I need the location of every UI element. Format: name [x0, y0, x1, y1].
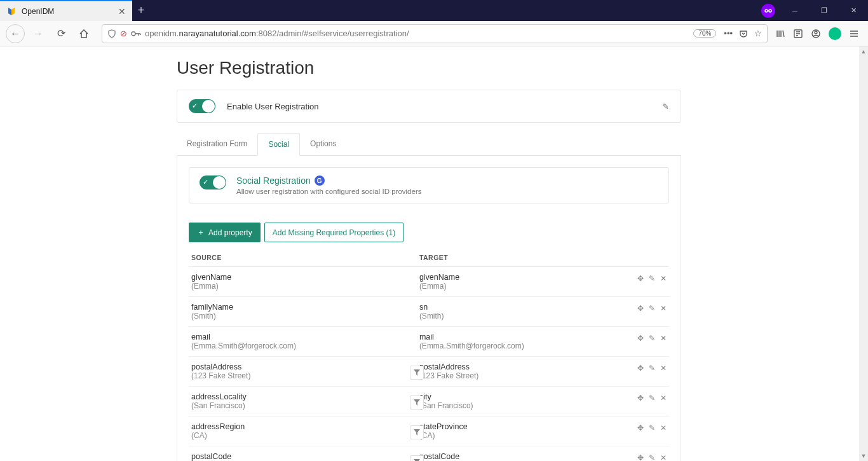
- home-button[interactable]: [74, 24, 94, 44]
- tab-content-social: ✓ Social Registration G Allow user regis…: [177, 156, 681, 461]
- grammarly-icon[interactable]: [829, 27, 841, 40]
- google-badge-icon: G: [315, 175, 325, 186]
- viewport-scrollbar[interactable]: ▲ ▼: [859, 46, 868, 461]
- window-close-button[interactable]: ✕: [839, 0, 868, 21]
- account-icon[interactable]: [811, 29, 821, 39]
- window-minimize-button[interactable]: ─: [780, 0, 810, 21]
- edit-icon[interactable]: ✎: [649, 274, 655, 283]
- move-icon[interactable]: ✥: [637, 364, 644, 373]
- enable-registration-toggle[interactable]: ✓: [189, 99, 215, 113]
- source-name: postalCode: [191, 452, 419, 461]
- tab-social[interactable]: Social: [257, 133, 300, 156]
- filter-icon[interactable]: [410, 366, 424, 380]
- target-value: (123 Fake Street): [419, 371, 611, 380]
- source-name: addressLocality: [191, 392, 419, 401]
- header-source: SOURCE: [189, 254, 419, 261]
- key-icon: [131, 30, 141, 38]
- target-value: (San Francisco): [419, 401, 611, 410]
- move-icon[interactable]: ✥: [637, 423, 644, 432]
- no-tracking-icon: ⊘: [120, 29, 127, 38]
- pocket-icon[interactable]: [739, 29, 748, 38]
- target-name: sn: [419, 303, 611, 312]
- delete-icon[interactable]: ✕: [660, 423, 667, 432]
- property-row: postalAddress(123 Fake Street)postalAddr…: [189, 357, 669, 387]
- move-icon[interactable]: ✥: [637, 274, 644, 283]
- move-icon[interactable]: ✥: [637, 334, 644, 343]
- target-name: mail: [419, 333, 611, 341]
- library-icon[interactable]: [775, 29, 785, 39]
- source-name: givenName: [191, 273, 419, 282]
- delete-icon[interactable]: ✕: [660, 274, 667, 283]
- back-button[interactable]: ←: [5, 24, 25, 44]
- enable-registration-label: Enable User Registration: [227, 102, 651, 111]
- target-name: stateProvince: [419, 422, 611, 431]
- property-row: familyName(Smith)sn(Smith)✥✎✕: [189, 297, 669, 327]
- move-icon[interactable]: ✥: [637, 304, 644, 313]
- reader-icon[interactable]: [793, 29, 803, 39]
- edit-icon[interactable]: ✎: [649, 364, 655, 373]
- delete-icon[interactable]: ✕: [660, 394, 667, 403]
- edit-icon[interactable]: ✎: [662, 102, 669, 111]
- add-missing-properties-button[interactable]: Add Missing Required Properties (1): [264, 223, 403, 242]
- target-name: city: [419, 392, 611, 401]
- browser-navbar: ← → ⟳ ⊘ openidm.narayanatutorial.com:808…: [0, 21, 868, 46]
- svg-point-0: [132, 32, 135, 36]
- social-registration-panel: ✓ Social Registration G Allow user regis…: [189, 167, 669, 203]
- source-name: postalAddress: [191, 362, 419, 371]
- filter-icon[interactable]: [410, 425, 424, 439]
- scroll-down-icon[interactable]: ▼: [859, 451, 868, 461]
- target-value: (CA): [419, 431, 611, 440]
- property-row: email(Emma.Smith@forgerock.com)mail(Emma…: [189, 327, 669, 357]
- target-value: (Emma): [419, 282, 611, 291]
- meatball-menu-icon[interactable]: •••: [724, 29, 733, 38]
- reload-button[interactable]: ⟳: [51, 24, 71, 44]
- social-registration-toggle[interactable]: ✓: [200, 175, 226, 189]
- check-icon: ✓: [203, 178, 208, 186]
- property-table-header: SOURCE TARGET: [189, 249, 669, 267]
- edit-icon[interactable]: ✎: [649, 423, 655, 432]
- property-table-body: givenName(Emma)givenName(Emma)✥✎✕familyN…: [189, 267, 669, 461]
- source-value: (123 Fake Street): [191, 371, 419, 380]
- mask-extension-icon[interactable]: [761, 4, 775, 18]
- delete-icon[interactable]: ✕: [660, 334, 667, 343]
- tab-close-icon[interactable]: ✕: [118, 6, 126, 17]
- target-value: (Smith): [419, 312, 611, 320]
- zoom-indicator[interactable]: 70%: [693, 29, 716, 38]
- hamburger-menu-icon[interactable]: [849, 29, 859, 39]
- filter-icon[interactable]: [410, 455, 424, 461]
- delete-icon[interactable]: ✕: [660, 304, 667, 313]
- plus-icon: ＋: [197, 227, 205, 238]
- browser-tab[interactable]: OpenIDM ✕: [0, 0, 132, 21]
- target-value: (Emma.Smith@forgerock.com): [419, 341, 611, 350]
- delete-icon[interactable]: ✕: [660, 453, 667, 461]
- new-tab-button[interactable]: +: [132, 0, 150, 21]
- tab-title: OpenIDM: [22, 7, 113, 16]
- source-value: (San Francisco): [191, 401, 419, 410]
- window-maximize-button[interactable]: ❐: [810, 0, 839, 21]
- page-title: User Registration: [177, 58, 681, 78]
- source-value: (Emma): [191, 282, 419, 291]
- target-name: givenName: [419, 273, 611, 282]
- edit-icon[interactable]: ✎: [649, 304, 655, 313]
- edit-icon[interactable]: ✎: [649, 394, 655, 403]
- move-icon[interactable]: ✥: [637, 394, 644, 403]
- favicon-icon: [6, 6, 17, 17]
- delete-icon[interactable]: ✕: [660, 364, 667, 373]
- url-bar[interactable]: ⊘ openidm.narayanatutorial.com:8082/admi…: [102, 24, 768, 43]
- add-property-button[interactable]: ＋ Add property: [189, 223, 261, 242]
- edit-icon[interactable]: ✎: [649, 453, 655, 461]
- shield-icon: [107, 29, 116, 38]
- property-row: givenName(Emma)givenName(Emma)✥✎✕: [189, 267, 669, 297]
- edit-icon[interactable]: ✎: [649, 334, 655, 343]
- tab-options[interactable]: Options: [300, 133, 346, 155]
- source-name: familyName: [191, 303, 419, 312]
- bookmark-star-icon[interactable]: ☆: [754, 29, 762, 38]
- filter-icon[interactable]: [410, 396, 424, 409]
- window-titlebar: OpenIDM ✕ + ─ ❐ ✕: [0, 0, 868, 21]
- move-icon[interactable]: ✥: [637, 453, 644, 461]
- tab-registration-form[interactable]: Registration Form: [177, 133, 257, 155]
- scroll-up-icon[interactable]: ▲: [859, 46, 868, 57]
- social-registration-description: Allow user registration with configured …: [236, 188, 421, 195]
- social-registration-title: Social Registration G: [236, 175, 421, 186]
- target-name: postalCode: [419, 452, 611, 461]
